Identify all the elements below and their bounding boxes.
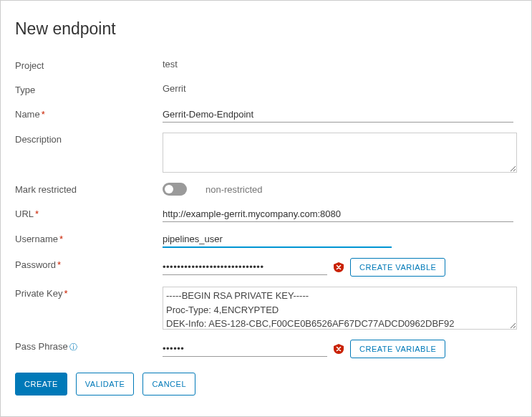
restricted-toggle[interactable] (163, 183, 187, 196)
validate-button[interactable]: VALIDATE (76, 373, 135, 396)
password-label: Password* (15, 258, 163, 270)
password-field[interactable] (163, 260, 327, 275)
description-label: Description (15, 133, 163, 145)
new-endpoint-dialog: New endpoint Project test Type Gerrit Na… (0, 0, 532, 417)
required-icon: * (59, 234, 63, 244)
url-field[interactable] (163, 207, 513, 222)
project-label: Project (15, 59, 163, 71)
private-key-field[interactable] (163, 287, 517, 330)
create-variable-button[interactable]: CREATE VARIABLE (350, 340, 445, 358)
name-label: Name* (15, 107, 163, 120)
restricted-state-label: non-restricted (205, 184, 262, 195)
username-label: Username* (15, 232, 163, 244)
required-icon: * (42, 109, 45, 120)
mark-restricted-label: Mark restricted (15, 183, 163, 195)
description-field[interactable] (163, 133, 517, 173)
pass-phrase-field[interactable] (163, 342, 327, 357)
create-variable-button[interactable]: CREATE VARIABLE (350, 258, 445, 277)
pass-phrase-label: Pass Phraseⓘ (15, 340, 163, 353)
page-title: New endpoint (15, 19, 517, 39)
type-value: Gerrit (163, 83, 517, 94)
cancel-button[interactable]: CANCEL (142, 373, 195, 396)
private-key-label: Private Key* (15, 287, 163, 299)
url-label: URL* (15, 207, 163, 219)
required-icon: * (64, 288, 67, 299)
required-icon: * (35, 208, 39, 219)
create-button[interactable]: CREATE (15, 373, 67, 396)
name-field[interactable] (163, 107, 513, 123)
username-field[interactable] (163, 232, 392, 248)
project-value: test (163, 59, 517, 70)
error-icon (333, 262, 344, 273)
error-icon (333, 343, 344, 355)
type-label: Type (15, 83, 163, 95)
info-icon[interactable]: ⓘ (69, 342, 77, 351)
required-icon: * (57, 259, 61, 270)
footer-actions: CREATE VALIDATE CANCEL (15, 373, 517, 396)
